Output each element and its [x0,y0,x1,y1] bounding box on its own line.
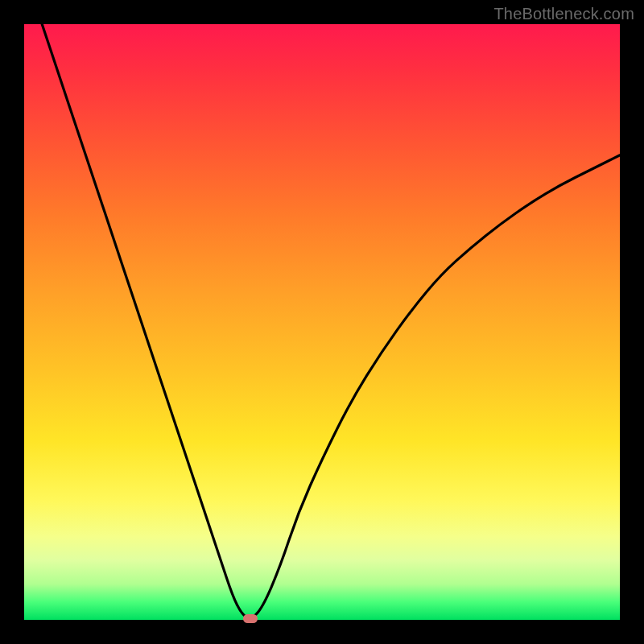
watermark-text: TheBottleneck.com [493,5,634,23]
plot-area [24,24,620,620]
chart-frame: TheBottleneck.com [0,0,644,644]
optimal-point-marker [243,614,258,623]
bottleneck-curve [24,24,620,620]
